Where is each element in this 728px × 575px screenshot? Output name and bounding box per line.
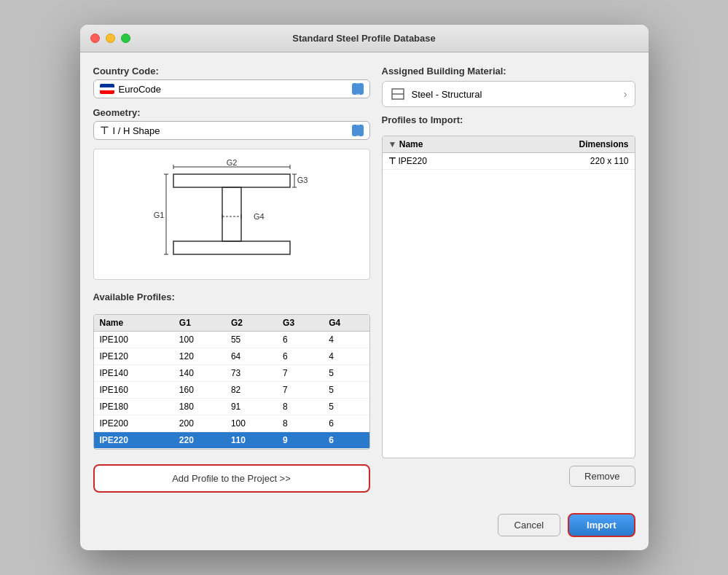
table-row[interactable]: IPE20020010086 <box>94 415 369 432</box>
i-shape-icon: ⊤ <box>100 125 109 136</box>
cell-name: IPE140 <box>94 365 173 382</box>
profiles-to-import-label: Profiles to Import: <box>382 114 635 125</box>
cell-g1: 180 <box>173 399 225 415</box>
cell-g2: 55 <box>225 332 277 348</box>
sort-arrow-icon: ▼ <box>388 139 399 149</box>
table-row[interactable]: IPE1001005564 <box>94 332 369 348</box>
import-cell-name: ⊤IPE220 <box>383 153 496 170</box>
right-panel: Assigned Building Material: Steel - Stru… <box>382 66 635 493</box>
minimize-button[interactable] <box>106 34 115 43</box>
import-button[interactable]: Import <box>568 513 635 537</box>
main-window: Standard Steel Profile Database Country … <box>80 25 649 550</box>
cell-g3: 9 <box>277 432 323 449</box>
cell-name: IPE220 <box>94 432 173 449</box>
maximize-button[interactable] <box>121 34 130 43</box>
traffic-lights <box>90 34 130 43</box>
cell-name: IPE200 <box>94 415 173 432</box>
cell-g2: 91 <box>225 399 277 415</box>
svg-rect-1 <box>222 187 241 241</box>
svg-text:G1: G1 <box>153 211 164 219</box>
available-profiles-label: Available Profiles: <box>93 292 370 302</box>
cell-g4: 5 <box>323 382 369 399</box>
window-body: Country Code: EuroCode ⌃⌄ Geometry: ⊤ I … <box>80 52 649 506</box>
import-table-header-row: ▼ Name Dimensions <box>383 136 635 153</box>
svg-rect-0 <box>173 174 290 187</box>
cell-g3: 7 <box>277 365 323 382</box>
titlebar: Standard Steel Profile Database <box>80 25 649 52</box>
geometry-value: I / H Shape <box>113 125 348 136</box>
cell-g4: 4 <box>323 348 369 365</box>
col-g1: G1 <box>173 315 225 332</box>
col-g4: G4 <box>323 315 369 332</box>
cell-name: IPE160 <box>94 382 173 399</box>
material-name: Steel - Structural <box>412 89 618 100</box>
import-col-name: ▼ Name <box>383 136 496 153</box>
country-code-select[interactable]: EuroCode ⌃⌄ <box>93 79 370 98</box>
profiles-table: Name G1 G2 G3 G4 IPE1001005564IPE1201206… <box>94 315 369 449</box>
profiles-table-scroll[interactable]: Name G1 G2 G3 G4 IPE1001005564IPE1201206… <box>94 315 369 449</box>
cell-g1: 120 <box>173 348 225 365</box>
material-row[interactable]: Steel - Structural › <box>382 81 635 107</box>
close-button[interactable] <box>90 34 100 43</box>
cell-g2: 82 <box>225 382 277 399</box>
country-code-value: EuroCode <box>119 84 348 95</box>
eu-flag-icon <box>100 84 114 94</box>
profiles-table-header-row: Name G1 G2 G3 G4 <box>94 315 369 332</box>
col-name: Name <box>94 315 173 332</box>
cell-g1: 100 <box>173 332 225 348</box>
svg-rect-2 <box>173 241 290 254</box>
footer-buttons: Cancel Import <box>80 506 649 550</box>
window-title: Standard Steel Profile Database <box>292 33 436 44</box>
cell-g4: 4 <box>323 332 369 348</box>
profiles-table-container: Name G1 G2 G3 G4 IPE1001005564IPE1201206… <box>93 314 370 450</box>
cell-g4: 5 <box>323 399 369 415</box>
cell-g2: 73 <box>225 365 277 382</box>
cell-g2: 100 <box>225 415 277 432</box>
assigned-material-section: Assigned Building Material: Steel - Stru… <box>382 66 635 107</box>
cell-g4: 6 <box>323 415 369 432</box>
cell-g4: 5 <box>323 365 369 382</box>
profiles-table-body: IPE1001005564IPE1201206464IPE1401407375I… <box>94 332 369 449</box>
cell-g4: 6 <box>323 432 369 449</box>
country-code-section: Country Code: EuroCode ⌃⌄ <box>93 66 370 98</box>
material-arrow-icon: › <box>624 88 627 100</box>
cancel-button[interactable]: Cancel <box>498 514 560 536</box>
cross-section-diagram: G2 G3 G1 G4 <box>152 160 312 269</box>
assigned-material-label: Assigned Building Material: <box>382 66 635 77</box>
country-code-label: Country Code: <box>93 66 370 77</box>
steel-material-icon <box>390 86 406 102</box>
col-g3: G3 <box>277 315 323 332</box>
cell-g3: 7 <box>277 382 323 399</box>
col-g2: G2 <box>225 315 277 332</box>
geometry-label: Geometry: <box>93 107 370 118</box>
cell-g3: 8 <box>277 415 323 432</box>
svg-text:G3: G3 <box>297 176 308 184</box>
geometry-chevron-icon: ⌃⌄ <box>352 125 364 136</box>
cell-g2: 64 <box>225 348 277 365</box>
add-profile-button[interactable]: Add Profile to the Project >> <box>93 464 370 493</box>
import-table-body: ⊤IPE220220 x 110 <box>383 153 635 170</box>
import-col-dimensions: Dimensions <box>496 136 635 153</box>
import-table-row[interactable]: ⊤IPE220220 x 110 <box>383 153 635 170</box>
remove-button[interactable]: Remove <box>569 466 635 487</box>
cell-name: IPE180 <box>94 399 173 415</box>
table-row[interactable]: IPE1801809185 <box>94 399 369 415</box>
table-row[interactable]: IPE1601608275 <box>94 382 369 399</box>
geometry-select[interactable]: ⊤ I / H Shape ⌃⌄ <box>93 121 370 140</box>
cell-name: IPE120 <box>94 348 173 365</box>
import-cell-dimensions: 220 x 110 <box>496 153 635 170</box>
table-row[interactable]: IPE22022011096 <box>94 432 369 449</box>
cell-g3: 6 <box>277 332 323 348</box>
right-controls: Remove <box>382 466 635 487</box>
i-beam-icon: ⊤ <box>388 156 396 166</box>
table-row[interactable]: IPE1401407375 <box>94 365 369 382</box>
left-panel: Country Code: EuroCode ⌃⌄ Geometry: ⊤ I … <box>93 66 370 493</box>
cell-g3: 6 <box>277 348 323 365</box>
cell-g1: 140 <box>173 365 225 382</box>
geometry-section: Geometry: ⊤ I / H Shape ⌃⌄ <box>93 107 370 140</box>
import-table: ▼ Name Dimensions ⊤IPE220220 x 110 <box>383 136 635 170</box>
cell-g1: 220 <box>173 432 225 449</box>
table-row[interactable]: IPE1201206464 <box>94 348 369 365</box>
diagram-area: G2 G3 G1 G4 <box>93 149 370 280</box>
cell-g2: 110 <box>225 432 277 449</box>
